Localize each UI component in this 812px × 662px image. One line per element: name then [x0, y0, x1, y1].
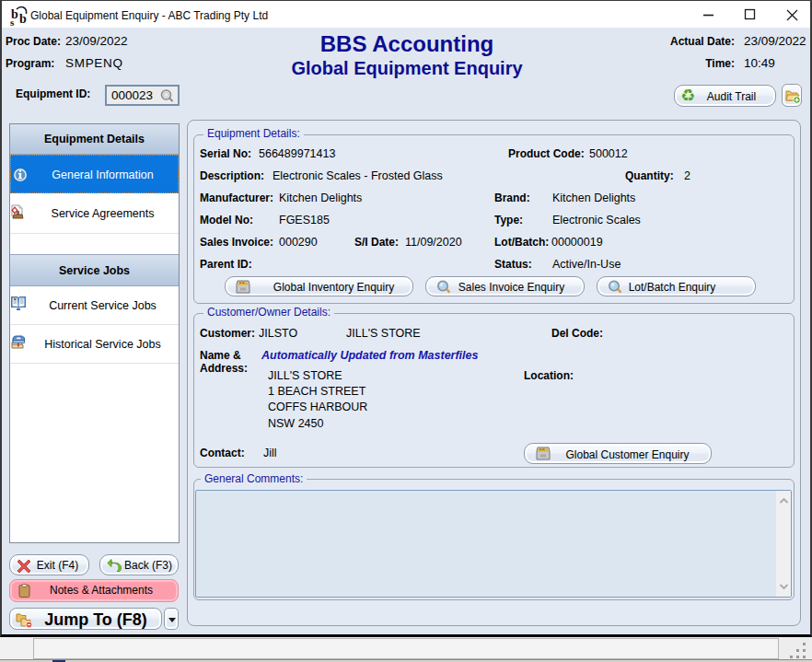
- svg-text:s: s: [10, 17, 15, 27]
- svg-text:b: b: [19, 12, 27, 26]
